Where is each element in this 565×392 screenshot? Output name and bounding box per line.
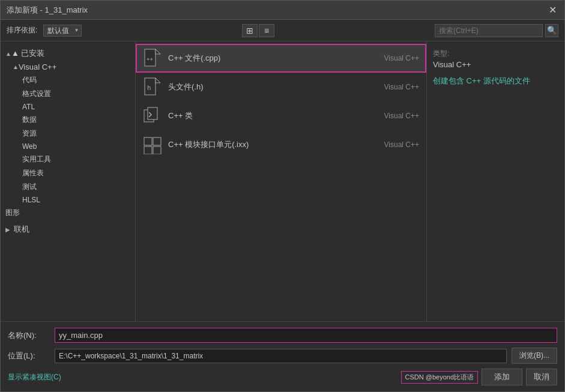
ixx-file-type: Visual C++ — [384, 140, 419, 149]
view-buttons: ⊞ ≡ — [242, 24, 274, 37]
file-item-h[interactable]: h 头文件(.h) Visual C++ — [136, 73, 426, 101]
title-bar: 添加新项 - 1_31_matrix ✕ — [1, 1, 564, 20]
visual-cpp-section[interactable]: ▲ Visual C++ — [1, 61, 135, 73]
browse-button[interactable]: 浏览(B)... — [512, 348, 557, 364]
installed-label: ▲ 已安装 — [11, 48, 44, 59]
sidebar-item-graphics[interactable]: 图形 — [1, 206, 135, 220]
h-file-icon: h — [143, 77, 162, 97]
dialog-title: 添加新项 - 1_31_matrix — [7, 5, 88, 16]
csdn-watermark: CSDN @beyond比语语 — [401, 371, 478, 384]
show-compact-label[interactable]: 显示紧凑视图(C) — [8, 372, 61, 382]
class-file-icon — [143, 106, 162, 125]
name-row: 名称(N): — [8, 328, 557, 343]
bottom-footer: 显示紧凑视图(C) CSDN @beyond比语语 添加 取消 — [8, 369, 557, 385]
svg-rect-10 — [144, 137, 152, 145]
svg-rect-13 — [153, 146, 161, 154]
ixx-file-icon — [143, 135, 162, 154]
location-label: 位置(L): — [8, 351, 50, 361]
sidebar-item-code[interactable]: 代码 — [1, 73, 135, 87]
grid-view-button[interactable]: ⊞ — [242, 24, 258, 37]
class-file-type: Visual C++ — [384, 112, 419, 120]
center-panel: ++ C++ 文件(.cpp) Visual C++ h 头文件(.h) — [136, 41, 426, 321]
ok-cancel-area: CSDN @beyond比语语 添加 取消 — [401, 369, 557, 385]
svg-text:++: ++ — [147, 56, 153, 62]
sidebar-item-data[interactable]: 数据 — [1, 113, 135, 127]
add-new-item-dialog: 添加新项 - 1_31_matrix ✕ 排序依据: 默认值 名称 类型 ⊞ ≡… — [0, 0, 565, 392]
search-area: 🔍 — [435, 24, 558, 37]
sort-wrapper: 默认值 名称 类型 — [43, 25, 82, 37]
sort-label: 排序依据: — [7, 25, 37, 35]
ixx-file-name: C++ 模块接口单元(.ixx) — [168, 139, 384, 150]
connect-caret: ▶ — [5, 226, 10, 233]
right-panel: 类型: Visual C++ 创建包含 C++ 源代码的文件 — [426, 41, 564, 321]
type-label: 类型: — [433, 49, 558, 59]
sidebar: ▲ ▲ 已安装 ▲ Visual C++ 代码 格式设置 ATL 数据 资源 W… — [1, 41, 136, 321]
installed-section[interactable]: ▲ ▲ 已安装 — [1, 46, 135, 61]
h-file-name: 头文件(.h) — [168, 82, 384, 92]
connect-label: 联机 — [14, 224, 29, 235]
sidebar-item-resource[interactable]: 资源 — [1, 127, 135, 140]
sidebar-item-utils[interactable]: 实用工具 — [1, 152, 135, 166]
location-input[interactable] — [55, 349, 507, 363]
main-content: ▲ ▲ 已安装 ▲ Visual C++ 代码 格式设置 ATL 数据 资源 W… — [1, 41, 564, 321]
visual-cpp-label: Visual C++ — [19, 62, 56, 71]
class-file-name: C++ 类 — [168, 110, 384, 121]
ok-button[interactable]: 添加 — [482, 369, 522, 385]
sidebar-item-format[interactable]: 格式设置 — [1, 87, 135, 101]
sidebar-item-hlsl[interactable]: HLSL — [1, 194, 135, 206]
search-input[interactable] — [435, 24, 543, 37]
close-button[interactable]: ✕ — [546, 4, 558, 16]
name-label: 名称(N): — [8, 330, 50, 341]
location-row: 位置(L): 浏览(B)... — [8, 348, 557, 364]
type-value: Visual C++ — [433, 60, 558, 69]
file-item-class[interactable]: C++ 类 Visual C++ — [136, 101, 426, 130]
svg-text:h: h — [147, 84, 151, 92]
sidebar-item-web[interactable]: Web — [1, 140, 135, 152]
sort-select[interactable]: 默认值 名称 类型 — [43, 25, 82, 37]
name-input[interactable] — [55, 328, 557, 343]
file-item-ixx[interactable]: C++ 模块接口单元(.ixx) Visual C++ — [136, 130, 426, 159]
cancel-button[interactable]: 取消 — [526, 369, 557, 385]
svg-rect-9 — [148, 107, 157, 119]
bottom-bar: 名称(N): 位置(L): 浏览(B)... 显示紧凑视图(C) CSDN @b… — [1, 321, 564, 391]
list-view-button[interactable]: ≡ — [259, 24, 274, 37]
toolbar: 排序依据: 默认值 名称 类型 ⊞ ≡ 🔍 — [1, 20, 564, 41]
cpp-file-name: C++ 文件(.cpp) — [168, 53, 384, 64]
svg-rect-11 — [153, 137, 161, 145]
installed-caret: ▲ — [5, 50, 11, 57]
file-item-cpp[interactable]: ++ C++ 文件(.cpp) Visual C++ — [136, 44, 426, 73]
search-button[interactable]: 🔍 — [545, 24, 558, 37]
type-description: 创建包含 C++ 源代码的文件 — [433, 75, 558, 87]
h-file-type: Visual C++ — [384, 83, 419, 91]
visual-cpp-caret: ▲ — [13, 64, 19, 70]
cpp-file-icon: ++ — [143, 49, 162, 68]
sidebar-item-props[interactable]: 属性表 — [1, 166, 135, 180]
sidebar-item-test[interactable]: 测试 — [1, 180, 135, 194]
sidebar-item-atl[interactable]: ATL — [1, 101, 135, 113]
svg-rect-12 — [144, 146, 152, 154]
cpp-file-type: Visual C++ — [384, 54, 419, 62]
connect-section[interactable]: ▶ 联机 — [1, 222, 135, 237]
